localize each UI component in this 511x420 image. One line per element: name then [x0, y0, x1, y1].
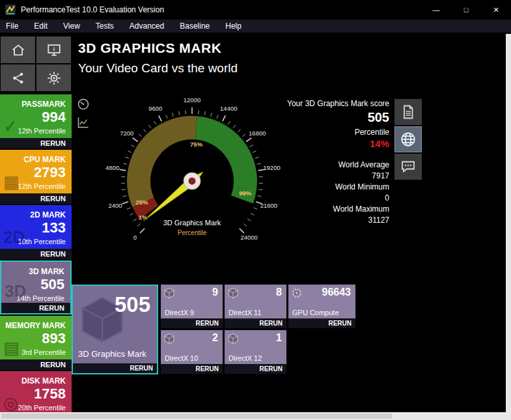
- world-results-button[interactable]: [394, 126, 422, 152]
- 3d-cube-icon: [163, 287, 175, 299]
- app-icon: [5, 5, 16, 15]
- settings-button[interactable]: [36, 64, 71, 91]
- world-maximum-value: 31127: [280, 215, 389, 226]
- 3d-cube-icon: [163, 333, 175, 344]
- system-info-button[interactable]: i: [36, 36, 71, 63]
- svg-text:21600: 21600: [260, 202, 277, 209]
- sidebar-card-3d-mark[interactable]: 3D 3D MARK 505 14th Percentile RERUN: [0, 260, 72, 315]
- sub-result-tiles: 9 DirectX 9 RERUN 8 DirectX 11 RERUN: [161, 285, 355, 374]
- card-percentile: 3rd Percentile: [0, 348, 72, 356]
- menu-help[interactable]: Help: [219, 20, 251, 32]
- sidebar-card-cpu-mark[interactable]: ▦ CPU MARK 2793 12th Percentile RERUN: [0, 150, 72, 204]
- card-percentile: 10th Percentile: [0, 238, 72, 245]
- close-button[interactable]: ✕: [481, 0, 511, 20]
- menu-tests[interactable]: Tests: [90, 20, 124, 32]
- tile-label: GPU Compute: [292, 309, 339, 316]
- card-value: 133: [0, 219, 72, 236]
- rerun-button[interactable]: RERUN: [0, 193, 72, 204]
- menu-edit[interactable]: Edit: [28, 20, 57, 32]
- rerun-button[interactable]: RERUN: [1, 303, 70, 313]
- 3d-cube-icon: [227, 333, 239, 344]
- rerun-button[interactable]: RERUN: [0, 359, 72, 370]
- score-value: 505: [280, 110, 389, 125]
- maximize-button[interactable]: □: [451, 0, 481, 20]
- svg-text:0: 0: [133, 234, 137, 241]
- card-title: 2D MARK: [0, 205, 72, 219]
- globe-icon: [400, 131, 417, 148]
- percentile-value: 14%: [280, 138, 389, 149]
- rerun-button[interactable]: RERUN: [288, 318, 355, 328]
- card-percentile: 12th Percentile: [0, 182, 72, 190]
- vertical-scrollbar[interactable]: [506, 34, 511, 412]
- world-average-value: 7917: [280, 171, 389, 182]
- tile-label: DirectX 10: [165, 354, 198, 362]
- rerun-button[interactable]: RERUN: [225, 318, 286, 328]
- card-title: MEMORY MARK: [0, 316, 72, 330]
- rerun-button[interactable]: RERUN: [161, 364, 223, 374]
- tile-label: DirectX 9: [165, 309, 194, 316]
- tile-body: 8 DirectX 11: [225, 285, 286, 318]
- tile-directx11[interactable]: 8 DirectX 11 RERUN: [225, 285, 286, 328]
- report-button[interactable]: [394, 99, 422, 125]
- window-controls: — □ ✕: [421, 0, 511, 20]
- nav-button-grid: i: [1, 36, 71, 91]
- tile-directx12[interactable]: 1 DirectX 12 RERUN: [225, 330, 286, 374]
- tile-body: 1 DirectX 12: [225, 330, 286, 364]
- rerun-button[interactable]: RERUN: [73, 363, 157, 373]
- card-title: 3D MARK: [1, 262, 70, 276]
- card-title: PASSMARK: [0, 94, 72, 109]
- title-bar: PerformanceTest 10.0 Evaluation Version …: [0, 0, 511, 20]
- tile-body: 505 3D Graphics Mark: [73, 286, 157, 363]
- sidebar-card-memory-mark[interactable]: ▤ MEMORY MARK 893 3rd Percentile RERUN: [0, 316, 72, 370]
- chat-bubble-icon: [400, 159, 416, 175]
- menu-baseline[interactable]: Baseline: [174, 20, 219, 32]
- svg-text:16800: 16800: [249, 130, 266, 137]
- world-average-label: World Average: [280, 160, 389, 171]
- system-info-icon: i: [47, 43, 61, 57]
- tile-directx9[interactable]: 9 DirectX 9 RERUN: [161, 285, 223, 328]
- svg-text:12000: 12000: [184, 96, 200, 104]
- svg-text:24000: 24000: [240, 234, 257, 241]
- svg-text:1%: 1%: [139, 214, 148, 221]
- sidebar-card-passmark[interactable]: ✓ PASSMARK 994 12th Percentile RERUN: [0, 94, 72, 148]
- sidebar-card-disk-mark[interactable]: ◎ DISK MARK 1758 20th Percentile RERUN: [0, 371, 72, 412]
- svg-text:14400: 14400: [220, 105, 237, 112]
- gear-icon: [47, 71, 61, 85]
- card-title: DISK MARK: [0, 371, 72, 385]
- svg-text:25%: 25%: [135, 199, 148, 206]
- forum-button[interactable]: [394, 154, 422, 180]
- page-subtitle: Your Video Card vs the world: [78, 61, 238, 76]
- tile-body: 96643 GPU Compute: [288, 285, 355, 318]
- rerun-button[interactable]: RERUN: [0, 249, 72, 259]
- tile-value: 1: [276, 332, 282, 344]
- rerun-button[interactable]: RERUN: [225, 364, 286, 374]
- menu-file[interactable]: File: [0, 20, 28, 32]
- gpu-chip-icon: [291, 287, 303, 299]
- document-icon: [400, 104, 416, 120]
- rerun-button[interactable]: RERUN: [0, 138, 72, 148]
- tile-body: 9 DirectX 9: [161, 285, 223, 318]
- share-results-button[interactable]: [1, 64, 35, 91]
- tile-value: 2: [212, 332, 218, 344]
- menu-bar: File Edit View Tests Advanced Baseline H…: [0, 20, 511, 33]
- tile-3d-graphics-mark[interactable]: 505 3D Graphics Mark RERUN: [72, 285, 158, 374]
- world-maximum-label: World Maximum: [280, 204, 389, 215]
- tile-value: 96643: [322, 287, 352, 298]
- page-title: 3D GRAPHICS MARK: [78, 40, 221, 56]
- menu-view[interactable]: View: [57, 20, 90, 32]
- menu-advanced[interactable]: Advanced: [124, 20, 174, 32]
- world-minimum-label: World Minimum: [280, 182, 389, 193]
- sidebar-benchmark-cards: ✓ PASSMARK 994 12th Percentile RERUN ▦ C…: [0, 94, 72, 412]
- minimize-button[interactable]: —: [421, 0, 451, 20]
- sidebar-card-2d-mark[interactable]: 2D 2D MARK 133 10th Percentile RERUN: [0, 205, 72, 259]
- svg-text:Percentile: Percentile: [178, 229, 207, 236]
- score-panel: Your 3D Graphics Mark score 505 Percenti…: [280, 99, 389, 226]
- tile-gpu-compute[interactable]: 96643 GPU Compute RERUN: [288, 285, 355, 328]
- share-icon: [11, 71, 25, 85]
- rerun-button[interactable]: RERUN: [161, 318, 223, 328]
- horizontal-scrollbar[interactable]: [0, 412, 511, 420]
- horizontal-scrollbar-thumb[interactable]: [1, 413, 392, 419]
- card-percentile: 14th Percentile: [1, 294, 70, 302]
- tile-directx10[interactable]: 2 DirectX 10 RERUN: [161, 330, 223, 374]
- home-button[interactable]: [1, 36, 35, 63]
